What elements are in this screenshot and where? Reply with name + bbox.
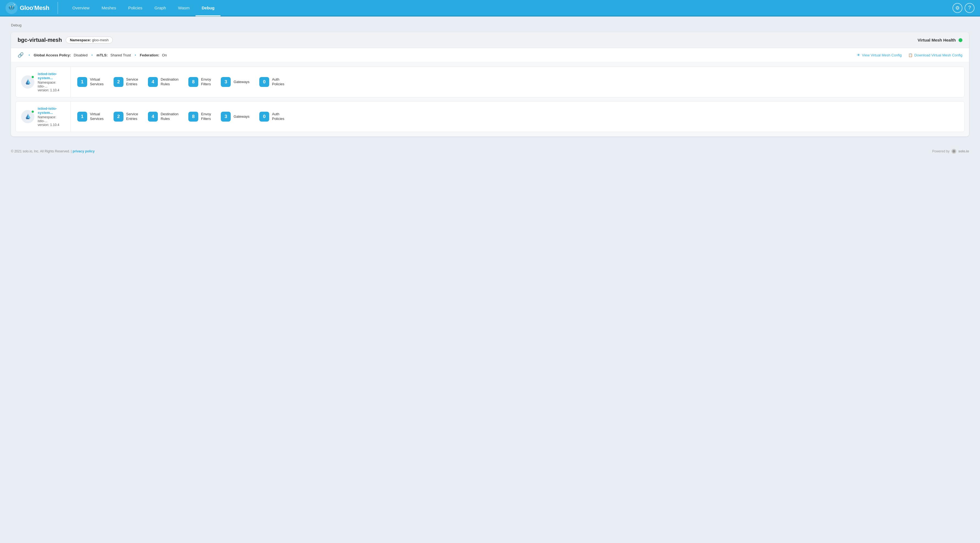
stat-label: AuthPolicies <box>272 77 284 87</box>
federation-label: Federation: <box>140 53 159 57</box>
svg-point-5 <box>13 6 13 7</box>
mesh-avatar <box>21 75 34 89</box>
stat-badge: 1 <box>77 111 87 122</box>
logo-icon: ✦ ✦ <box>5 2 18 14</box>
stat-badge: 3 <box>221 111 231 122</box>
mesh-namespace: Namespace: istio-... <box>38 115 65 123</box>
info-bar: 🔗 • Global Access Policy: Disabled • mTL… <box>11 48 969 62</box>
mtls-label: mTLS: <box>97 53 108 57</box>
dot1: • <box>29 53 30 57</box>
svg-point-4 <box>10 6 11 7</box>
namespace-badge: Namespace: gloo-mesh <box>66 37 113 43</box>
nav-graph[interactable]: Graph <box>148 0 172 16</box>
info-links: 👁 View Virtual Mesh Config 📋 Download Vi… <box>857 53 963 57</box>
stat-label: Gateways <box>234 80 250 84</box>
stat-badge: 0 <box>259 77 269 87</box>
nav-debug[interactable]: Debug <box>196 0 221 16</box>
mesh-namespace: Namespace: istio-... <box>38 81 65 88</box>
health-dot <box>959 38 963 42</box>
powered-by: Powered by solo.io <box>932 148 969 154</box>
help-button[interactable]: ? <box>965 3 975 13</box>
svg-rect-15 <box>26 118 29 119</box>
mesh-info-name[interactable]: istiod-istio-system... <box>38 107 65 115</box>
mesh-rows: istiod-istio-system... Namespace: istio-… <box>11 62 969 137</box>
mesh-avatar <box>21 110 34 123</box>
stat-label: ServiceEntries <box>126 77 138 87</box>
mesh-name: bgc-virtual-mesh <box>18 37 62 43</box>
download-config-link[interactable]: 📋 Download Virtual Mesh Config <box>908 53 963 57</box>
header-actions: ⚙ ? <box>953 3 975 13</box>
dot3: • <box>135 53 136 57</box>
mesh-version: version: 1.10.4 <box>38 88 65 92</box>
mesh-info: istiod-istio-system... Namespace: istio-… <box>38 107 65 127</box>
stat-badge: 2 <box>114 111 124 122</box>
policy-icon: 🔗 <box>18 52 24 58</box>
header: ✦ ✦ Gloo'Mesh Overview Meshes Policies G… <box>0 0 980 16</box>
stat-badge: 4 <box>148 77 158 87</box>
soloio-icon <box>951 148 957 154</box>
mesh-info: istiod-istio-system... Namespace: istio-… <box>38 72 65 92</box>
stat-badge: 2 <box>114 77 124 87</box>
stat-label: EnvoyFilters <box>201 77 211 87</box>
online-indicator <box>31 75 34 79</box>
mesh-card-header: bgc-virtual-mesh Namespace: gloo-mesh Vi… <box>11 32 969 48</box>
settings-button[interactable]: ⚙ <box>953 3 963 13</box>
main-content: Debug bgc-virtual-mesh Namespace: gloo-m… <box>0 16 980 143</box>
stat-badge: 1 <box>77 77 87 87</box>
stat-item[interactable]: 3 Gateways <box>217 77 253 87</box>
stat-label: VirtualServices <box>90 77 103 87</box>
svg-rect-11 <box>26 84 29 84</box>
mtls-value: Shared Trust <box>111 53 131 57</box>
health-label: Virtual Mesh Health <box>918 38 956 42</box>
nav-overview[interactable]: Overview <box>66 0 96 16</box>
stat-badge: 4 <box>148 111 158 122</box>
svg-point-17 <box>953 150 955 153</box>
stat-item[interactable]: 8 EnvoyFilters <box>185 77 215 87</box>
stat-badge: 8 <box>188 111 198 122</box>
stat-label: VirtualServices <box>90 112 103 121</box>
nav-meshes[interactable]: Meshes <box>96 0 123 16</box>
privacy-link[interactable]: privacy policy <box>73 150 95 153</box>
breadcrumb: Debug <box>11 23 969 27</box>
stat-item[interactable]: 4 DestinationRules <box>144 111 182 122</box>
nav-wasm[interactable]: Wasm <box>172 0 196 16</box>
footer-copyright: © 2021 solo.io, Inc. All Rights Reserved… <box>11 150 95 153</box>
main-nav: Overview Meshes Policies Graph Wasm Debu… <box>66 0 953 16</box>
view-config-link[interactable]: 👁 View Virtual Mesh Config <box>857 53 902 57</box>
federation-value: On <box>162 53 167 57</box>
stat-badge: 3 <box>221 77 231 87</box>
download-icon: 📋 <box>908 53 913 57</box>
dot2: • <box>92 53 93 57</box>
mesh-card: bgc-virtual-mesh Namespace: gloo-mesh Vi… <box>11 32 969 137</box>
mesh-stats: 1 VirtualServices 2 ServiceEntries 4 Des… <box>71 77 964 87</box>
health-area: Virtual Mesh Health <box>918 38 963 42</box>
stat-item[interactable]: 2 ServiceEntries <box>110 111 142 122</box>
mesh-info-name[interactable]: istiod-istio-system... <box>38 72 65 80</box>
stat-label: EnvoyFilters <box>201 112 211 121</box>
stat-label: AuthPolicies <box>272 112 284 121</box>
svg-text:✦: ✦ <box>13 3 14 5</box>
stat-item[interactable]: 0 AuthPolicies <box>255 111 288 122</box>
stat-item[interactable]: 0 AuthPolicies <box>255 77 288 87</box>
stat-item[interactable]: 8 EnvoyFilters <box>185 111 215 122</box>
stat-item[interactable]: 2 ServiceEntries <box>110 77 142 87</box>
nav-policies[interactable]: Policies <box>122 0 148 16</box>
mesh-row: istiod-istio-system... Namespace: istio-… <box>15 67 965 97</box>
stat-label: DestinationRules <box>161 112 178 121</box>
logo-area: ✦ ✦ Gloo'Mesh <box>5 2 58 14</box>
logo-text: Gloo'Mesh <box>20 5 49 11</box>
stat-item[interactable]: 1 VirtualServices <box>73 77 108 87</box>
stat-item[interactable]: 1 VirtualServices <box>73 111 108 122</box>
stat-item[interactable]: 4 DestinationRules <box>144 77 182 87</box>
online-indicator <box>31 110 34 113</box>
mesh-row: istiod-istio-system... Namespace: istio-… <box>15 101 965 132</box>
mesh-version: version: 1.10.4 <box>38 123 65 127</box>
eye-icon: 👁 <box>857 53 861 57</box>
stat-badge: 8 <box>188 77 198 87</box>
policy-label: Global Access Policy: <box>34 53 71 57</box>
mesh-identity: istiod-istio-system... Namespace: istio-… <box>16 67 71 97</box>
stat-item[interactable]: 3 Gateways <box>217 111 253 122</box>
mesh-identity: istiod-istio-system... Namespace: istio-… <box>16 102 71 132</box>
stat-label: Gateways <box>234 115 250 119</box>
mesh-title-area: bgc-virtual-mesh Namespace: gloo-mesh <box>18 37 113 43</box>
